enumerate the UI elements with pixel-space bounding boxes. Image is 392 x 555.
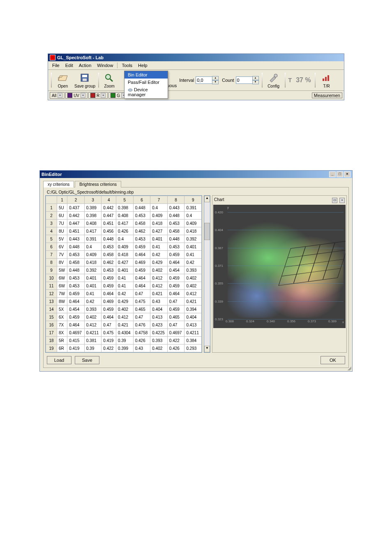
cell-value[interactable]: 0.4	[150, 204, 168, 212]
cell-value[interactable]: 0.404	[150, 305, 168, 313]
table-row[interactable]: 77V0.4530.4090.4580.4180.4640.420.4590.4…	[46, 251, 202, 259]
cell-value[interactable]: 0.448	[133, 204, 150, 212]
cell-value[interactable]: 0.421	[116, 321, 134, 329]
cell-value[interactable]: 0.413	[150, 313, 168, 321]
table-row[interactable]: 26U0.4420.3980.4470.4080.4530.4090.4480.…	[46, 212, 202, 220]
table-row[interactable]: 88V0.4580.4180.4620.4270.4690.4290.4640.…	[46, 259, 202, 266]
cell-value[interactable]: 0.459	[101, 274, 116, 282]
menu-action[interactable]: Action	[76, 62, 94, 69]
cell-value[interactable]: 0.443	[167, 204, 184, 212]
cell-value[interactable]: 0.409	[116, 243, 134, 251]
tab-r[interactable]: R ×	[88, 92, 108, 99]
cell-value[interactable]: 0.417	[116, 220, 134, 227]
cell-value[interactable]: 0.465	[133, 305, 150, 313]
cell-value[interactable]: 0.464	[67, 321, 85, 329]
cell-value[interactable]: 0.402	[184, 274, 202, 282]
cell-value[interactable]: 0.394	[184, 305, 202, 313]
cell-value[interactable]: 0.451	[101, 220, 116, 227]
cell-value[interactable]: 0.43	[133, 345, 150, 352]
interval-input[interactable]	[196, 76, 212, 84]
table-row[interactable]: 127W0.4590.410.4640.420.470.4210.4640.41…	[46, 290, 202, 298]
dd-bin-editor[interactable]: Bin Editor	[125, 71, 168, 79]
menu-file[interactable]: File	[50, 62, 62, 69]
minimize-button[interactable]: _	[329, 171, 336, 177]
cell-value[interactable]: 0.418	[150, 220, 168, 227]
cell-value[interactable]: 0.442	[101, 204, 116, 212]
tab-xy-criterions[interactable]: xy criterions	[43, 181, 74, 187]
cell-value[interactable]: 0.447	[101, 212, 116, 220]
cell-value[interactable]: 0.401	[84, 282, 101, 290]
tab-measurement[interactable]: Measuremen	[312, 92, 342, 98]
cell-value[interactable]: 0.47	[101, 321, 116, 329]
table-row[interactable]: 156X0.4590.4020.4640.4120.470.4130.4650.…	[46, 313, 202, 321]
cell-value[interactable]: 0.398	[116, 204, 134, 212]
cell-value[interactable]: 0.399	[116, 345, 134, 352]
save-button[interactable]: Save	[75, 356, 99, 364]
cell-value[interactable]: 0.402	[150, 345, 168, 352]
cell-value[interactable]: 0.384	[184, 337, 202, 345]
cell-value[interactable]: 0.448	[167, 235, 184, 243]
vertical-scrollbar[interactable]: ▲ ▼	[204, 195, 210, 353]
cell-value[interactable]: 0.458	[133, 220, 150, 227]
cell-value[interactable]: 0.454	[67, 305, 85, 313]
cell-value[interactable]: 0.427	[116, 259, 134, 266]
cell-value[interactable]: 0.42	[116, 290, 134, 298]
cell-value[interactable]: 0.453	[67, 251, 85, 259]
table-row[interactable]: 106W0.4530.4010.4590.410.4640.4120.4590.…	[46, 274, 202, 282]
cell-value[interactable]: 0.402	[116, 305, 134, 313]
cell-value[interactable]: 0.412	[116, 313, 134, 321]
cell-value[interactable]: 0.39	[116, 337, 134, 345]
cell-value[interactable]: 0.462	[133, 227, 150, 235]
cell-value[interactable]: 0.447	[67, 220, 85, 227]
cell-value[interactable]: 0.293	[184, 345, 202, 352]
cell-value[interactable]: 0.459	[167, 251, 184, 259]
cell-value[interactable]: 0.401	[150, 235, 168, 243]
cell-value[interactable]: 0.402	[84, 313, 101, 321]
cell-value[interactable]: 0.39	[84, 345, 101, 352]
cell-value[interactable]: 0.381	[84, 337, 101, 345]
cell-value[interactable]: 0.4211	[184, 329, 202, 337]
cell-value[interactable]: 0.459	[67, 290, 85, 298]
resize-grip[interactable]	[346, 365, 351, 370]
cell-value[interactable]: 0.4758	[133, 329, 150, 337]
cell-value[interactable]: 0.464	[67, 298, 85, 305]
cell-value[interactable]: 0.453	[67, 282, 85, 290]
cell-value[interactable]: 0.475	[133, 298, 150, 305]
cell-value[interactable]: 0.423	[150, 321, 168, 329]
dd-passfail[interactable]: Pass/Fail Editor	[125, 79, 168, 86]
table-row[interactable]: 95W0.4480.3920.4530.4010.4590.4020.4540.…	[46, 266, 202, 274]
cell-value[interactable]: 0.426	[133, 337, 150, 345]
cell-value[interactable]: 0.437	[67, 204, 85, 212]
maximize-button[interactable]: □	[337, 171, 343, 177]
criterion-table[interactable]: 123456789 15U0.4370.3890.4420.3980.4480.…	[45, 195, 202, 353]
table-row[interactable]: 55V0.4430.3910.4480.40.4530.4010.4480.39…	[46, 235, 202, 243]
cell-value[interactable]: 0.41	[150, 243, 168, 251]
cell-value[interactable]: 0.413	[184, 321, 202, 329]
scroll-down-icon[interactable]: ▼	[204, 346, 210, 352]
cell-value[interactable]: 0.443	[67, 235, 85, 243]
cell-value[interactable]: 0.453	[67, 274, 85, 282]
menu-window[interactable]: Window	[95, 62, 115, 69]
cell-value[interactable]: 0.412	[150, 274, 168, 282]
undock-icon[interactable]: ▭	[332, 198, 337, 203]
cell-value[interactable]: 0.393	[184, 266, 202, 274]
cell-value[interactable]: 0.453	[167, 220, 184, 227]
close-button[interactable]: ×	[344, 171, 350, 177]
open-button[interactable]: Open	[55, 72, 71, 88]
cell-value[interactable]: 0.402	[184, 282, 202, 290]
cell-value[interactable]: 0.409	[84, 251, 101, 259]
cell-value[interactable]: 0.476	[133, 321, 150, 329]
count-spinner[interactable]: ▲▼	[252, 76, 259, 84]
cell-value[interactable]: 0.464	[101, 290, 116, 298]
cell-value[interactable]: 0.412	[150, 282, 168, 290]
table-row[interactable]: 15U0.4370.3890.4420.3980.4480.40.4430.39…	[46, 204, 202, 212]
cell-value[interactable]: 0.4304	[116, 329, 134, 337]
cell-value[interactable]: 0.454	[167, 266, 184, 274]
table-row[interactable]: 145X0.4540.3930.4590.4020.4650.4040.4590…	[46, 305, 202, 313]
cell-value[interactable]: 0.4	[116, 235, 134, 243]
cell-value[interactable]: 0.453	[101, 243, 116, 251]
cell-value[interactable]: 0.393	[84, 305, 101, 313]
cell-value[interactable]: 0.459	[167, 274, 184, 282]
cell-value[interactable]: 0.408	[116, 212, 134, 220]
cell-value[interactable]: 0.41	[116, 282, 134, 290]
